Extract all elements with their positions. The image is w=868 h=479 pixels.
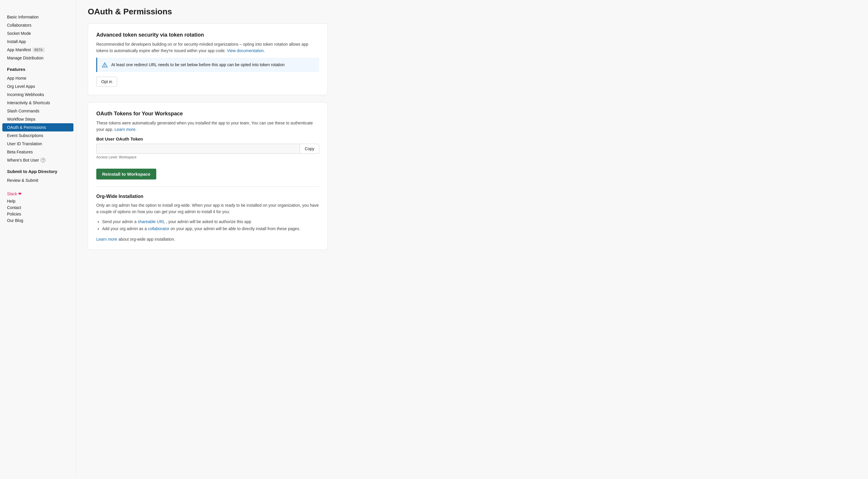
org-wide-description: Only an org admin has the option to inst… <box>96 202 319 215</box>
alert-text: At least one redirect URL needs to be se… <box>111 62 285 68</box>
oauth-tokens-title: OAuth Tokens for Your Workspace <box>96 111 319 117</box>
sidebar-footer: Slack ❤HelpContactPoliciesOur Blog <box>0 191 76 224</box>
bot-token-input[interactable] <box>96 144 300 154</box>
oauth-tokens-card: OAuth Tokens for Your Workspace These to… <box>88 102 328 250</box>
learn-more-tokens-link[interactable]: Learn more. <box>115 127 136 132</box>
advanced-token-title: Advanced token security via token rotati… <box>96 32 319 38</box>
bot-token-label: Bot User OAuth Token <box>96 137 319 142</box>
sidebar-item-basic-information[interactable]: Basic Information <box>0 13 76 21</box>
sidebar-features-items: App HomeOrg Level AppsIncoming WebhooksI… <box>0 74 76 164</box>
access-level: Access Level: Workspace <box>96 155 319 159</box>
reinstall-button[interactable]: Reinstall to Workspace <box>96 169 156 179</box>
sidebar-item-slash-commands[interactable]: Slash Commands <box>0 107 76 115</box>
org-wide-bullets: Send your admin a shareable URL , your a… <box>96 218 319 233</box>
sidebar-item-event-subscriptions[interactable]: Event Subscriptions <box>0 131 76 140</box>
sidebar-item-wheres-bot-user[interactable]: Where's Bot User? <box>0 156 76 164</box>
divider <box>96 186 319 187</box>
footer-link-help[interactable]: Help <box>7 198 69 204</box>
advanced-token-card: Advanced token security via token rotati… <box>88 23 328 95</box>
page-title: OAuth & Permissions <box>88 7 328 17</box>
sidebar-item-app-home[interactable]: App Home <box>0 74 76 82</box>
bullet-2: Add your org admin as a collaborator on … <box>102 226 319 233</box>
sidebar-item-review-submit[interactable]: Review & Submit <box>0 176 76 184</box>
opt-in-button[interactable]: Opt in <box>96 77 117 87</box>
advanced-token-description: Recommended for developers building on o… <box>96 41 319 54</box>
copy-button[interactable]: Copy <box>300 144 319 154</box>
sidebar-item-manage-distribution[interactable]: Manage Distribution <box>0 54 76 62</box>
footer-link-contact[interactable]: Contact <box>7 204 69 211</box>
sidebar-item-workflow-steps[interactable]: Workflow Steps <box>0 115 76 123</box>
warning-icon <box>102 62 108 68</box>
sidebar: Basic InformationCollaboratorsSocket Mod… <box>0 0 76 479</box>
sidebar-item-install-app[interactable]: Install App <box>0 37 76 46</box>
sidebar-item-socket-mode[interactable]: Socket Mode <box>0 29 76 37</box>
heart-icon: ❤ <box>18 191 22 196</box>
sidebar-item-incoming-webhooks[interactable]: Incoming Webhooks <box>0 90 76 99</box>
oauth-tokens-description: These tokens were automatically generate… <box>96 120 319 133</box>
footer-link-our-blog[interactable]: Our Blog <box>7 217 69 224</box>
footer-link-policies[interactable]: Policies <box>7 211 69 217</box>
submit-header: Submit to App Directory <box>0 167 76 176</box>
svg-point-1 <box>104 66 105 67</box>
beta-badge: BETA <box>33 48 44 52</box>
view-documentation-link[interactable]: View documentation. <box>227 48 265 53</box>
sidebar-item-oauth-permissions[interactable]: OAuth & Permissions <box>2 123 73 131</box>
main-content: OAuth & Permissions Advanced token secur… <box>76 0 339 479</box>
sidebar-item-org-level-apps[interactable]: Org Level Apps <box>0 82 76 90</box>
sidebar-item-app-manifest[interactable]: App ManifestBETA <box>0 46 76 54</box>
token-input-row: Copy <box>96 144 319 154</box>
learn-more-org: Learn more about org-wide app installati… <box>96 237 319 242</box>
question-icon: ? <box>41 158 45 162</box>
bullet-1: Send your admin a shareable URL , your a… <box>102 218 319 226</box>
alert-box: At least one redirect URL needs to be se… <box>96 58 319 72</box>
bot-token-section: Bot User OAuth Token Copy Access Level: … <box>96 137 319 159</box>
sidebar-item-interactivity-shortcuts[interactable]: Interactivity & Shortcuts <box>0 99 76 107</box>
sidebar-top-section: Basic InformationCollaboratorsSocket Mod… <box>0 13 76 62</box>
collaborator-link[interactable]: collaborator <box>148 226 169 231</box>
shareable-url-link[interactable]: shareable URL <box>137 219 165 224</box>
org-wide-title: Org-Wide Installation <box>96 194 319 199</box>
features-header: Features <box>0 64 76 74</box>
sidebar-item-collaborators[interactable]: Collaborators <box>0 21 76 29</box>
sidebar-item-beta-features[interactable]: Beta Features <box>0 148 76 156</box>
sidebar-item-user-id-translation[interactable]: User ID Translation <box>0 140 76 148</box>
sidebar-submit-items: Review & Submit <box>0 176 76 184</box>
learn-more-org-link[interactable]: Learn more <box>96 237 117 242</box>
slack-brand: Slack ❤ <box>7 191 69 196</box>
